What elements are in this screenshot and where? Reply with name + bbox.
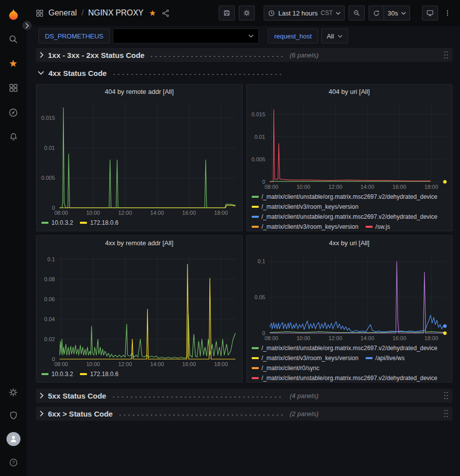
legend-item[interactable]: /api/live/ws (366, 353, 405, 363)
series-color-marker (252, 367, 259, 369)
legend-item[interactable]: /_matrix/client/v3/room_keys/version (252, 222, 359, 231)
chevron-down-icon (336, 11, 341, 15)
sidebar-item-help[interactable]: ? (0, 451, 26, 474)
svg-text:0: 0 (52, 356, 55, 362)
row-title: 5xx Status Code (48, 392, 106, 400)
sidebar-item-alerting[interactable] (0, 125, 26, 148)
dashboard-row-1xx-3xx-2xx[interactable]: 1xx - 3xx - 2xx Status Code (6 panels) (36, 48, 453, 62)
svg-text:0.005: 0.005 (251, 156, 265, 162)
time-series-chart[interactable]: 08:0010:0012:0014:0016:0018:0000.0050.01… (36, 98, 242, 217)
time-range-label: Last 12 hours (278, 9, 318, 17)
svg-text:14:00: 14:00 (150, 210, 164, 216)
panel-title[interactable]: 4xx by uri [All] (247, 236, 453, 250)
more-options-button[interactable] (442, 5, 453, 20)
toolbar: Last 12 hours CST (219, 5, 453, 20)
sidebar-item-profile[interactable] (0, 428, 26, 451)
grafana-logo[interactable] (0, 3, 26, 26)
series-color-marker (252, 357, 259, 359)
save-dashboard-button[interactable] (219, 5, 235, 20)
legend-item[interactable]: 172.18.0.6 (80, 369, 118, 379)
sidebar-item-starred[interactable] (0, 52, 26, 75)
chevron-right-icon (25, 23, 29, 28)
user-icon (8, 434, 18, 444)
row-drag-handle[interactable] (444, 408, 449, 419)
zoom-out-time-button[interactable] (349, 5, 365, 20)
legend-item[interactable]: /_matrix/client/unstable/org.matrix.msc2… (252, 373, 438, 383)
svg-text:0.02: 0.02 (44, 336, 55, 342)
row-drag-handle[interactable] (444, 390, 449, 401)
refresh-interval-label: 30s (388, 9, 398, 17)
dotted-leader (112, 73, 283, 75)
sidebar-item-search[interactable] (0, 27, 26, 50)
series-label: /_matrix/client/r0/sync (262, 363, 320, 373)
legend-item[interactable]: 172.18.0.6 (80, 218, 118, 228)
row-drag-handle[interactable] (444, 49, 449, 60)
dashboard-row-5xx[interactable]: 5xx Status Code (4 panels) (36, 389, 453, 403)
svg-text:08:00: 08:00 (54, 361, 68, 367)
legend-item[interactable]: /_matrix/client/r0/sync (252, 363, 320, 373)
svg-text:0.005: 0.005 (41, 175, 55, 181)
dashboard-row-6xx[interactable]: 6xx > Status Code (2 panels) (36, 407, 453, 421)
series-label: 172.18.0.6 (90, 369, 118, 379)
svg-text:12:00: 12:00 (328, 335, 342, 341)
sidebar-item-dashboards[interactable] (0, 76, 26, 99)
svg-text:12:00: 12:00 (118, 210, 132, 216)
panel-title[interactable]: 404 by remote addr [All] (36, 84, 242, 98)
svg-text:0.1: 0.1 (257, 258, 265, 264)
svg-text:16:00: 16:00 (182, 361, 196, 367)
dotted-leader (118, 414, 283, 416)
row-title: 4xx Status Code (48, 69, 107, 77)
timezone-label: CST (321, 9, 333, 16)
svg-text:0: 0 (52, 205, 55, 211)
share-icon[interactable] (161, 9, 170, 17)
legend-item[interactable]: /_matrix/client/v3/room_keys/version (252, 353, 359, 363)
legend-item[interactable]: /_matrix/client/unstable/org.matrix.msc2… (252, 212, 438, 222)
request-host-value-dropdown[interactable]: All (321, 28, 348, 43)
sidebar-item-explore[interactable] (0, 101, 26, 124)
panel-legend: 10.0.3.2172.18.0.6 (36, 368, 242, 382)
svg-text:0.015: 0.015 (41, 115, 55, 121)
svg-text:0.04: 0.04 (44, 316, 55, 322)
svg-text:0.1: 0.1 (47, 256, 55, 262)
panel-title[interactable]: 4xx by remote addr [All] (36, 236, 242, 250)
time-series-chart[interactable]: 08:0010:0012:0014:0016:0018:0000.020.040… (36, 250, 242, 368)
favorite-star-icon[interactable] (148, 9, 157, 17)
sidebar-item-server-admin[interactable] (0, 404, 26, 427)
svg-text:0.01: 0.01 (254, 134, 265, 140)
panel-legend: 10.0.3.2172.18.0.6 (36, 217, 242, 231)
panel-title[interactable]: 404 by uri [All] (247, 84, 453, 98)
main-area: General / NGINX PROXY (26, 0, 460, 476)
refresh-button[interactable] (369, 5, 384, 20)
variables-submenu: DS_PROMETHEUS request_host All (26, 26, 460, 45)
legend-item[interactable]: 10.0.3.2 (41, 218, 73, 228)
legend-item[interactable]: /_matrix/client/unstable/org.matrix.msc2… (252, 343, 438, 353)
sidebar-item-configuration[interactable] (0, 381, 26, 404)
svg-text:0.08: 0.08 (44, 276, 55, 282)
dashboard-row-4xx[interactable]: 4xx Status Code (36, 66, 453, 80)
legend-item[interactable]: /_matrix/client/unstable/org.matrix.msc2… (252, 192, 438, 202)
breadcrumb-folder[interactable]: General (48, 8, 77, 17)
svg-text:14:00: 14:00 (360, 184, 374, 190)
svg-text:0: 0 (262, 330, 265, 336)
sidebar-expand-button[interactable] (22, 21, 31, 30)
legend-item[interactable]: /_matrix/client/v3/room_keys/version (252, 202, 359, 212)
time-series-chart[interactable]: 08:0010:0012:0014:0016:0018:0000.0050.01… (247, 98, 453, 191)
apps-grid-icon (8, 83, 18, 93)
legend-item[interactable]: 10.0.3.2 (41, 369, 73, 379)
refresh-interval-dropdown[interactable]: 30s (384, 5, 410, 20)
svg-text:10:00: 10:00 (86, 210, 100, 216)
shield-icon (8, 411, 18, 421)
svg-text:16:00: 16:00 (392, 335, 406, 341)
zoom-out-icon (353, 9, 361, 17)
time-range-picker[interactable]: Last 12 hours CST (264, 5, 345, 20)
legend-item[interactable]: /sw.js (366, 222, 390, 231)
datasource-variable-label: DS_PROMETHEUS (38, 28, 110, 43)
time-series-chart[interactable]: 08:0010:0012:0014:0016:0018:0000.050.1 (247, 250, 453, 342)
dashboard-header: General / NGINX PROXY (26, 0, 460, 26)
chevron-down-icon (248, 34, 254, 38)
dashboard-settings-button[interactable] (239, 5, 255, 20)
datasource-value-dropdown[interactable] (113, 28, 259, 43)
dashboard-title: NGINX PROXY (88, 8, 143, 17)
series-color-marker (252, 206, 259, 208)
cycle-view-mode-button[interactable] (422, 5, 438, 20)
